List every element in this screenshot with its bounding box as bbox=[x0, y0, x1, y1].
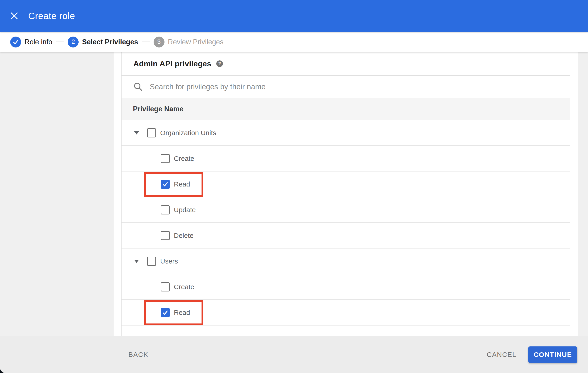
privilege-label: Read bbox=[174, 309, 190, 316]
table-column-header: Privilege Name bbox=[122, 98, 570, 120]
privileges-table: Admin API privileges ? Privilege Name Or… bbox=[121, 52, 570, 336]
privilege-checkbox[interactable] bbox=[161, 180, 170, 189]
privilege-child-row: Update bbox=[122, 197, 570, 223]
search-row bbox=[122, 76, 570, 98]
privilege-checkbox[interactable] bbox=[161, 154, 170, 163]
group-checkbox[interactable] bbox=[147, 128, 156, 137]
collapse-triangle-icon[interactable] bbox=[134, 260, 139, 263]
step-connector bbox=[56, 41, 64, 42]
privilege-child-row: Create bbox=[122, 274, 570, 300]
step3-label: Review Privileges bbox=[168, 38, 224, 46]
column-header-label: Privilege Name bbox=[133, 105, 183, 113]
step2-label: Select Privileges bbox=[82, 38, 138, 46]
step-connector bbox=[142, 41, 150, 42]
group-label: Organization Units bbox=[160, 129, 216, 137]
wizard-stepper: Role info 2 Select Privileges 3 Review P… bbox=[0, 32, 588, 52]
close-icon[interactable] bbox=[10, 11, 19, 20]
privilege-group-row: Users bbox=[122, 249, 570, 274]
privilege-child-row: Read bbox=[122, 172, 570, 197]
privilege-child-row: Create bbox=[122, 146, 570, 172]
continue-button[interactable]: CONTINUE bbox=[528, 346, 577, 363]
back-button[interactable]: BACK bbox=[128, 351, 148, 358]
privilege-label: Create bbox=[174, 155, 194, 162]
section-header: Admin API privileges ? bbox=[122, 52, 570, 76]
step-role-info: Role info bbox=[10, 37, 52, 47]
search-icon bbox=[133, 82, 143, 92]
group-label: Users bbox=[160, 257, 178, 265]
footer-bar: BACK CANCEL CONTINUE bbox=[0, 336, 588, 373]
step2-number-circle: 2 bbox=[68, 37, 79, 47]
highlight-annotation-box bbox=[144, 172, 203, 197]
privilege-rows: Organization UnitsCreateReadUpdateDelete… bbox=[122, 120, 570, 326]
step1-check-circle bbox=[10, 37, 21, 47]
help-icon[interactable]: ? bbox=[216, 61, 223, 67]
privilege-checkbox[interactable] bbox=[161, 308, 170, 317]
privilege-label: Read bbox=[174, 180, 190, 188]
step-select-privileges: 2 Select Privileges bbox=[68, 37, 138, 47]
check-icon bbox=[13, 39, 19, 45]
search-input[interactable] bbox=[150, 83, 491, 91]
privilege-checkbox[interactable] bbox=[161, 282, 170, 291]
section-title: Admin API privileges bbox=[133, 59, 211, 68]
privilege-group-row: Organization Units bbox=[122, 120, 570, 146]
app-bar: Create role bbox=[0, 0, 588, 32]
step1-label: Role info bbox=[24, 38, 52, 46]
highlight-annotation-box bbox=[144, 300, 203, 325]
check-icon bbox=[162, 309, 168, 316]
cancel-button[interactable]: CANCEL bbox=[487, 351, 516, 358]
privilege-checkbox[interactable] bbox=[161, 205, 170, 214]
privilege-checkbox[interactable] bbox=[161, 231, 170, 240]
privilege-label: Update bbox=[174, 206, 196, 214]
privilege-label: Delete bbox=[174, 232, 194, 239]
check-icon bbox=[162, 181, 168, 188]
privilege-label: Create bbox=[174, 283, 194, 291]
content-card: Admin API privileges ? Privilege Name Or… bbox=[114, 52, 578, 336]
privilege-child-row: Read bbox=[122, 300, 570, 326]
screen-corner bbox=[0, 368, 5, 373]
group-checkbox[interactable] bbox=[147, 257, 156, 266]
collapse-triangle-icon[interactable] bbox=[134, 131, 139, 135]
step3-number-circle: 3 bbox=[154, 37, 165, 47]
dialog-title: Create role bbox=[28, 11, 75, 21]
privilege-child-row: Delete bbox=[122, 223, 570, 249]
step-review-privileges: 3 Review Privileges bbox=[154, 37, 224, 47]
